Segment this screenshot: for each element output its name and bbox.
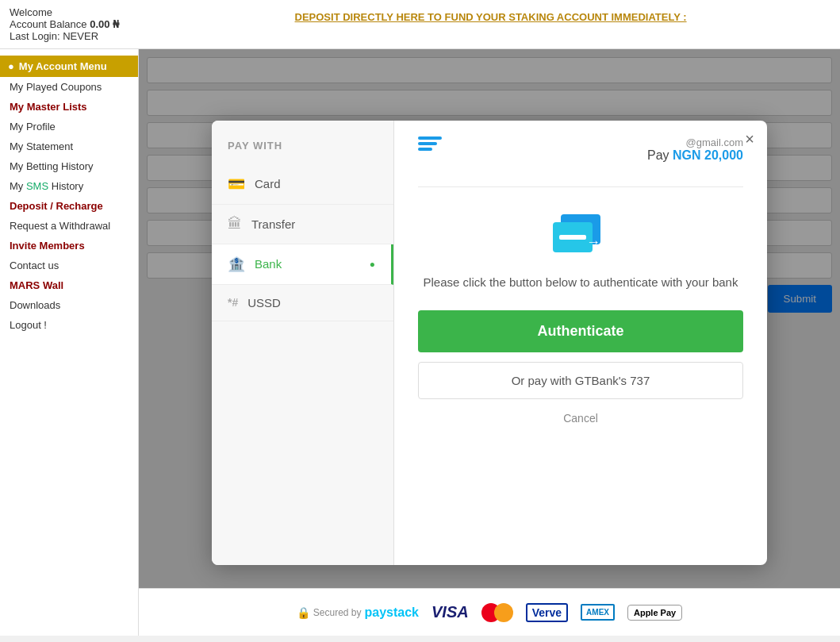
sidebar-item-mars[interactable]: MARS Wall — [0, 275, 138, 295]
method-ussd[interactable]: *# USSD — [212, 285, 393, 321]
payment-modal: × PAY WITH 💳 Card 🏛 Transfer — [212, 121, 767, 565]
paystack-line-2 — [418, 142, 437, 145]
method-transfer-label: Transfer — [251, 217, 295, 231]
modal-header: @gmail.com Pay NGN 20,000 — [418, 136, 743, 163]
sidebar-item-statement[interactable]: My Statement — [0, 136, 138, 156]
method-bank[interactable]: 🏦 Bank ● — [212, 244, 393, 285]
gtbank-button[interactable]: Or pay with GTBank's 737 — [418, 362, 743, 399]
paystack-logo: paystack — [365, 605, 420, 620]
header-email: @gmail.com — [647, 136, 743, 148]
method-card[interactable]: 💳 Card — [212, 164, 393, 205]
sidebar-item-betting-history[interactable]: My Betting History — [0, 156, 138, 176]
arrow-right-icon: → — [586, 234, 600, 251]
modal-divider — [418, 186, 743, 187]
cancel-link[interactable]: Cancel — [418, 412, 743, 425]
paystack-line-3 — [418, 148, 432, 151]
account-info: Welcome Account Balance 0.00 ₦ Last Logi… — [10, 6, 119, 42]
card-icon: 💳 — [228, 175, 245, 193]
sidebar-item-downloads[interactable]: Downloads — [0, 295, 138, 315]
sidebar-item-sms-history[interactable]: My SMS History — [0, 176, 138, 196]
sidebar: My Account Menu My Played Coupons My Mas… — [0, 49, 139, 636]
left-panel: PAY WITH 💳 Card 🏛 Transfer 🏦 Bank — [212, 121, 394, 565]
bank-icon: 🏦 — [228, 256, 245, 273]
sidebar-menu-title: My Account Menu — [0, 56, 138, 77]
sidebar-item-contact[interactable]: Contact us — [0, 256, 138, 275]
card-stripe — [559, 235, 586, 240]
sidebar-item-coupons[interactable]: My Played Coupons — [0, 77, 138, 97]
mastercard-logo — [481, 603, 513, 622]
bank-active-dot: ● — [370, 259, 375, 270]
ussd-icon: *# — [228, 296, 238, 309]
sidebar-item-master-lists[interactable]: My Master Lists — [0, 97, 138, 117]
sidebar-item-deposit[interactable]: Deposit / Recharge — [0, 196, 138, 216]
paystack-logo-lines — [418, 136, 442, 151]
instruction-text: Please click the button below to authent… — [418, 274, 743, 292]
method-bank-label: Bank — [255, 257, 282, 271]
authenticate-button[interactable]: Authenticate — [418, 310, 743, 352]
sidebar-item-withdrawal[interactable]: Request a Withdrawal — [0, 216, 138, 236]
mastercard-orange-circle — [494, 603, 513, 622]
sidebar-item-logout[interactable]: Logout ! — [0, 315, 138, 335]
sidebar-item-invite[interactable]: Invite Members — [0, 236, 138, 256]
payment-logos-bar: 🔒 Secured by paystack VISA Verve AMEX Ap… — [139, 588, 840, 636]
visa-logo: VISA — [432, 603, 469, 621]
content-area: Submit × PAY WITH 💳 Card 🏛 — [139, 49, 840, 636]
pay-with-title: PAY WITH — [212, 140, 393, 164]
secured-label: Secured by — [313, 607, 362, 618]
account-balance: Account Balance 0.00 ₦ — [10, 18, 119, 30]
header-amount: Pay NGN 20,000 — [647, 148, 743, 163]
transfer-icon: 🏛 — [228, 216, 242, 233]
amex-logo: AMEX — [581, 604, 615, 621]
method-card-label: Card — [255, 177, 281, 190]
verve-logo: Verve — [526, 603, 568, 622]
last-login: Last Login: NEVER — [10, 30, 119, 42]
paystack-line-1 — [418, 136, 442, 140]
lock-icon: 🔒 — [297, 606, 310, 619]
method-transfer[interactable]: 🏛 Transfer — [212, 205, 393, 244]
bank-transfer-graphic: → — [418, 214, 743, 258]
modal-close-button[interactable]: × — [745, 130, 754, 148]
header-right: @gmail.com Pay NGN 20,000 — [647, 136, 743, 163]
right-panel: @gmail.com Pay NGN 20,000 → — [394, 121, 767, 565]
deposit-link[interactable]: DEPOSIT DIRECTLY HERE TO FUND YOUR STAKI… — [295, 11, 687, 23]
transfer-graphic: → — [553, 214, 608, 258]
top-bar: Welcome Account Balance 0.00 ₦ Last Logi… — [0, 0, 840, 49]
method-ussd-label: USSD — [247, 296, 281, 309]
modal-overlay: × PAY WITH 💳 Card 🏛 Transfer — [139, 49, 840, 636]
applepay-logo: Apple Pay — [627, 605, 682, 621]
card-front: → — [553, 222, 593, 252]
deposit-banner[interactable]: DEPOSIT DIRECTLY HERE TO FUND YOUR STAKI… — [151, 6, 830, 24]
secured-by-text: 🔒 Secured by paystack — [297, 605, 419, 620]
sidebar-item-profile[interactable]: My Profile — [0, 117, 138, 136]
welcome-text: Welcome — [10, 6, 119, 18]
